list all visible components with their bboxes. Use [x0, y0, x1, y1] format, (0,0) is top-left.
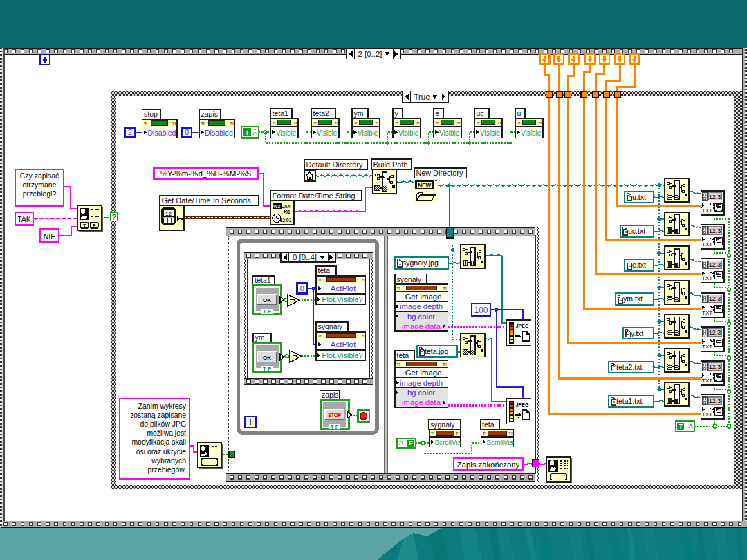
svg-text:teta1: teta1: [273, 109, 289, 118]
svg-text:Visible: Visible: [398, 129, 419, 137]
svg-text:2: 2: [128, 128, 132, 136]
svg-text:Visible: Visible: [276, 129, 297, 137]
svg-text:do plików JPG: do plików JPG: [140, 420, 186, 428]
svg-text:12.3: 12.3: [709, 261, 721, 268]
svg-text:T: T: [83, 223, 86, 228]
svg-text:OK: OK: [263, 297, 271, 304]
svg-text:T F: T F: [331, 424, 339, 430]
svg-text:F: F: [93, 223, 96, 228]
svg-text:0: 0: [300, 284, 304, 292]
svg-text:?!: ?!: [272, 121, 276, 125]
svg-text:i: i: [249, 418, 251, 427]
svg-text:stop: stop: [144, 110, 158, 118]
svg-text:Get Date/Time In Seconds: Get Date/Time In Seconds: [162, 196, 252, 205]
svg-text:przebiegi?: przebiegi?: [23, 189, 57, 198]
svg-text:TAK: TAK: [17, 215, 31, 223]
svg-text:?!: ?!: [476, 121, 480, 125]
svg-text:12.3: 12.3: [709, 295, 721, 302]
svg-text:możliwa jest: możliwa jest: [147, 429, 186, 437]
svg-text:image data: image data: [402, 322, 441, 330]
svg-text:przebiegów.: przebiegów.: [148, 466, 186, 474]
svg-text:Czy zapisać: Czy zapisać: [20, 171, 59, 180]
svg-text:?!: ?!: [353, 121, 358, 125]
svg-text:%Y-%m-%d_%H-%M-%S: %Y-%m-%d_%H-%M-%S: [160, 169, 252, 178]
svg-text:teta2: teta2: [313, 109, 330, 118]
svg-text:zapis: zapis: [322, 391, 339, 399]
svg-text:?!: ?!: [443, 286, 447, 290]
svg-text:wybranych: wybranych: [151, 457, 186, 465]
svg-text:?!: ?!: [375, 121, 379, 125]
svg-text:Get Image: Get Image: [405, 292, 442, 301]
svg-text:TXT: TXT: [702, 310, 712, 316]
svg-text:12.3: 12.3: [709, 364, 721, 371]
svg-text:True: True: [414, 93, 430, 101]
svg-text:NIE: NIE: [44, 232, 56, 241]
svg-text:12.3: 12.3: [709, 227, 721, 234]
svg-text:Visible: Visible: [480, 129, 501, 137]
svg-text:ScrollVis: ScrollVis: [487, 438, 513, 446]
svg-text:TXT: TXT: [702, 275, 712, 281]
svg-text:01: 01: [285, 209, 290, 214]
svg-text:?!: ?!: [456, 431, 460, 436]
svg-text:?!: ?!: [360, 278, 365, 282]
svg-text:sygnały.jpg: sygnały.jpg: [403, 259, 439, 267]
svg-text:osi oraz ukrycie: osi oraz ukrycie: [136, 448, 186, 456]
svg-text:Zapis zakończony: Zapis zakończony: [457, 460, 520, 469]
svg-text:NEW: NEW: [418, 183, 431, 189]
svg-text:image data: image data: [402, 398, 441, 407]
svg-text:sygnały: sygnały: [430, 420, 455, 429]
svg-text:12: 12: [165, 211, 171, 217]
svg-text:JAN: JAN: [282, 204, 290, 209]
svg-text:Visible: Visible: [358, 129, 378, 137]
svg-text:teta: teta: [482, 420, 495, 429]
svg-text:?!: ?!: [230, 122, 234, 126]
svg-text:%3: %3: [273, 204, 280, 209]
svg-text:Visible: Visible: [439, 129, 460, 137]
svg-text:TXT: TXT: [702, 344, 712, 350]
svg-text:OK: OK: [263, 355, 271, 361]
svg-text:ScrollVis: ScrollVis: [435, 438, 461, 446]
svg-text:image depth: image depth: [400, 302, 443, 310]
svg-text:?!: ?!: [483, 431, 487, 436]
svg-text:teta.jpg: teta.jpg: [425, 347, 449, 355]
svg-text:?!: ?!: [508, 431, 513, 436]
svg-text:Build Path: Build Path: [374, 160, 408, 169]
svg-text:?!: ?!: [517, 121, 521, 125]
svg-text:STOP: STOP: [328, 413, 341, 418]
svg-text:JPEG: JPEG: [516, 324, 529, 328]
svg-text:bg color: bg color: [407, 312, 435, 321]
svg-text:Get Image: Get Image: [405, 368, 442, 377]
svg-text:Zanim wykresy: Zanim wykresy: [138, 402, 187, 410]
svg-text:Visible: Visible: [317, 129, 338, 137]
svg-text:y.txt: y.txt: [631, 329, 644, 337]
svg-text:zapis: zapis: [201, 110, 219, 118]
svg-text:ym: ym: [255, 333, 265, 342]
svg-text:teta2.txt: teta2.txt: [616, 363, 642, 371]
svg-text:?!: ?!: [431, 431, 435, 436]
svg-text:otrzymane: otrzymane: [22, 180, 56, 189]
svg-text:TXT: TXT: [702, 377, 712, 384]
svg-text:?!: ?!: [293, 121, 297, 125]
svg-text:e: e: [436, 109, 440, 118]
svg-text:?!: ?!: [317, 334, 322, 338]
svg-text:y: y: [395, 109, 399, 118]
svg-text:uc: uc: [477, 109, 484, 118]
svg-text:?!: ?!: [334, 121, 338, 125]
svg-text:Plot.Visible?: Plot.Visible?: [322, 351, 362, 360]
svg-text:Visible: Visible: [521, 129, 542, 137]
svg-text:T: T: [679, 423, 683, 430]
svg-text:Default Directory: Default Directory: [306, 160, 363, 169]
svg-text:100: 100: [474, 306, 488, 315]
svg-text:TXT: TXT: [702, 241, 712, 248]
svg-text:?!: ?!: [396, 286, 400, 290]
svg-text:teta1: teta1: [255, 276, 271, 284]
svg-text:modyfikacja skali: modyfikacja skali: [131, 438, 186, 446]
svg-text:2 [0..2]: 2 [0..2]: [358, 50, 382, 58]
svg-text:?!: ?!: [443, 362, 447, 366]
svg-text:teta1.txt: teta1.txt: [616, 397, 642, 405]
svg-text:New Directory: New Directory: [416, 169, 463, 177]
svg-text:teta: teta: [318, 266, 331, 274]
svg-text:TXT: TXT: [702, 411, 712, 418]
svg-text:zostaną zapisane: zostaną zapisane: [130, 411, 186, 419]
svg-text:e.txt: e.txt: [632, 261, 646, 269]
